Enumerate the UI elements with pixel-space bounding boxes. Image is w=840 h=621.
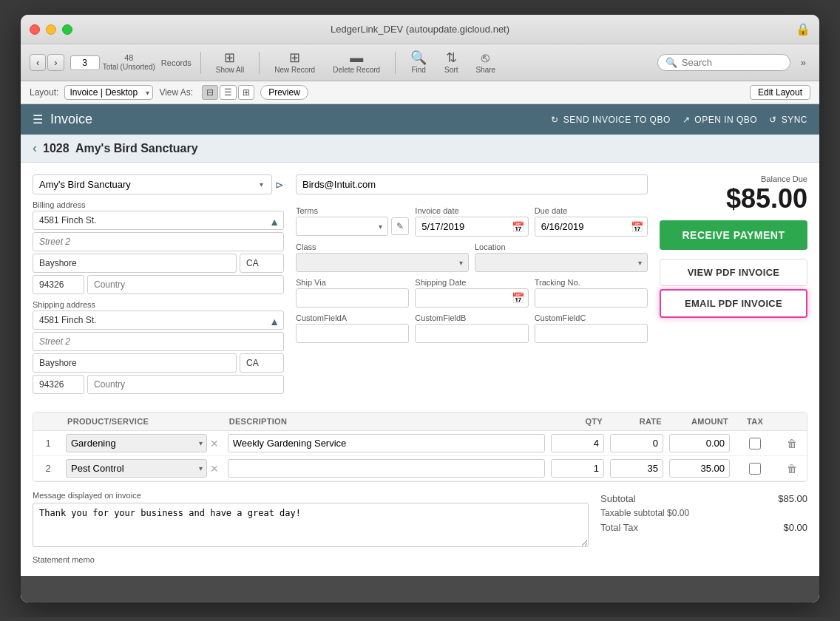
due-calendar-icon[interactable]: 📅 <box>631 221 643 233</box>
new-record-button[interactable]: ⊞ New Record <box>268 49 321 76</box>
tracking-input[interactable] <box>535 288 648 308</box>
terms-field: Terms ✎ <box>296 206 409 237</box>
find-button[interactable]: 🔍 Find <box>404 49 433 76</box>
row2-delete-cell: 🗑 <box>777 460 807 478</box>
customer-select[interactable]: Amy's Bird Sanctuary <box>33 174 272 194</box>
row1-rate-input[interactable] <box>610 434 663 452</box>
edit-layout-button[interactable]: Edit Layout <box>750 85 810 100</box>
shipping-country-input[interactable] <box>87 375 284 394</box>
pin-icon[interactable]: ⊳ <box>275 179 284 191</box>
billing-country-input[interactable] <box>87 275 284 294</box>
layout-select[interactable]: Invoice | Desktop <box>64 85 153 100</box>
shipping-calendar-icon[interactable]: 📅 <box>512 292 524 304</box>
search-input[interactable] <box>682 57 770 68</box>
billing-zip-input[interactable] <box>33 275 84 294</box>
sort-button[interactable]: ⇅ Sort <box>438 49 464 76</box>
shipping-city-row <box>33 353 284 373</box>
line-items-section: PRODUCT/SERVICE DESCRIPTION QTY RATE AMO… <box>33 412 807 482</box>
shipping-zip-input[interactable] <box>33 375 84 394</box>
close-button[interactable] <box>30 24 40 35</box>
records-section: 3 48 Total (Unsorted) <box>70 53 155 72</box>
terms-edit-button[interactable]: ✎ <box>391 217 409 235</box>
row1-clear-button[interactable]: ✕ <box>207 436 222 451</box>
table-row: 1 Gardening ✕ <box>33 431 807 456</box>
shipping-street-wrap: ▲ <box>33 310 284 332</box>
billing-street-input[interactable] <box>33 211 284 230</box>
billing-street2-input[interactable] <box>33 232 284 251</box>
row1-tax-checkbox[interactable] <box>749 438 761 449</box>
message-section: Message displayed on invoice Thank you f… <box>33 491 589 564</box>
share-button[interactable]: ⎋ Share <box>470 49 501 76</box>
custom-a-input[interactable] <box>296 324 409 343</box>
more-button[interactable]: » <box>796 55 810 70</box>
row2-description-input[interactable] <box>228 459 545 478</box>
invoice-actions: ↻ SEND INVOICE TO QBO ↗ OPEN IN QBO ↺ SY… <box>551 115 807 125</box>
send-invoice-button[interactable]: ↻ SEND INVOICE TO QBO <box>551 115 671 125</box>
custom-b-input[interactable] <box>415 324 528 343</box>
row2-rate-input[interactable] <box>610 459 663 478</box>
find-label: Find <box>411 66 425 74</box>
billing-city-input[interactable] <box>33 254 237 273</box>
class-select[interactable] <box>296 253 469 272</box>
preview-button[interactable]: Preview <box>260 85 308 100</box>
row1-qty-cell <box>548 434 607 452</box>
subtotal-label: Subtotal <box>600 493 636 504</box>
search-icon: 🔍 <box>410 51 427 64</box>
row1-rate-cell <box>607 434 666 452</box>
view-table-button[interactable]: ⊞ <box>238 85 254 100</box>
shipping-street-input[interactable] <box>33 310 284 330</box>
open-qbo-button[interactable]: ↗ OPEN IN QBO <box>682 115 757 125</box>
ship-via-input[interactable] <box>296 288 409 308</box>
row1-product-select[interactable]: Gardening <box>66 434 207 452</box>
right-section: Balance Due $85.00 RECEIVE PAYMENT VIEW … <box>660 174 807 400</box>
custom-c-input[interactable] <box>535 324 648 343</box>
receive-payment-button[interactable]: RECEIVE PAYMENT <box>660 220 807 250</box>
row1-amount-input[interactable] <box>669 434 730 452</box>
shipping-nav-icon: ▲ <box>269 316 280 328</box>
minimize-button[interactable] <box>46 24 56 35</box>
view-pdf-button[interactable]: VIEW PDF INVOICE <box>660 259 807 286</box>
row2-delete-button[interactable]: 🗑 <box>784 460 800 478</box>
shipping-city-input[interactable] <box>33 353 237 373</box>
billing-state-input[interactable] <box>240 254 284 273</box>
ship-via-field: Ship Via <box>296 278 409 308</box>
sync-button[interactable]: ↺ SYNC <box>769 115 807 125</box>
delete-record-icon: ▬ <box>350 51 363 64</box>
back-arrow-icon[interactable]: ‹ <box>33 140 37 156</box>
row1-product-cell: Gardening ✕ <box>63 434 225 452</box>
new-record-icon: ⊞ <box>289 51 300 64</box>
view-list-button[interactable]: ☰ <box>220 85 237 100</box>
row1-qty-input[interactable] <box>551 434 604 452</box>
delete-record-button[interactable]: ▬ Delete Record <box>327 49 386 76</box>
view-form-button[interactable]: ⊟ <box>202 85 218 100</box>
forward-nav-button[interactable]: › <box>47 54 64 71</box>
menu-icon[interactable]: ☰ <box>33 112 43 126</box>
custom-b-label: CustomFieldB <box>415 313 528 322</box>
billing-address-section: Billing address ▲ <box>33 200 284 294</box>
class-field: Class <box>296 242 469 272</box>
message-textarea[interactable]: Thank you for your business and have a g… <box>33 503 589 547</box>
invoice-calendar-icon[interactable]: 📅 <box>512 221 524 233</box>
records-current-input[interactable]: 3 <box>70 55 100 70</box>
subtotal-value: $85.00 <box>778 493 807 504</box>
maximize-button[interactable] <box>62 24 72 35</box>
location-select[interactable] <box>475 253 648 272</box>
traffic-lights <box>30 24 72 35</box>
terms-label: Terms <box>296 206 409 215</box>
row2-product-select[interactable]: Pest Control <box>66 459 207 478</box>
total-tax-label: Total Tax <box>600 522 638 533</box>
row2-tax-checkbox[interactable] <box>749 463 761 475</box>
shipping-state-input[interactable] <box>240 353 284 373</box>
email-input[interactable] <box>296 174 648 194</box>
total-tax-row: Total Tax $0.00 <box>600 520 807 535</box>
row2-amount-input[interactable] <box>669 459 730 478</box>
email-pdf-button[interactable]: EMAIL PDF INVOICE <box>660 289 807 318</box>
back-nav-button[interactable]: ‹ <box>30 54 46 71</box>
show-all-button[interactable]: ⊞ Show All <box>210 49 250 76</box>
row2-qty-input[interactable] <box>551 459 604 478</box>
row2-clear-button[interactable]: ✕ <box>207 461 222 476</box>
row1-description-input[interactable] <box>228 434 545 452</box>
terms-select[interactable] <box>296 217 388 236</box>
row1-delete-button[interactable]: 🗑 <box>784 435 800 452</box>
shipping-street2-input[interactable] <box>33 332 284 351</box>
